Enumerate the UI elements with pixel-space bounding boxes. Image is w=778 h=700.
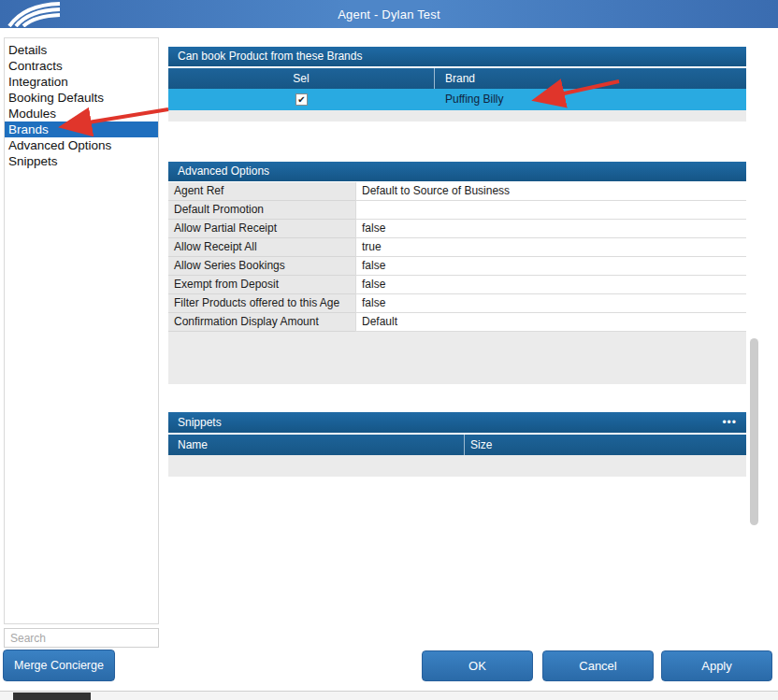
snippets-menu-icon[interactable]: •••: [722, 412, 746, 433]
background-window-sliver: [13, 693, 91, 700]
advanced-options-filler: [168, 332, 746, 384]
advanced-options-header: Advanced Options: [168, 162, 746, 181]
agent-dialog: Agent - Dylan Test Details Contracts Int…: [0, 0, 778, 700]
adv-value: false: [355, 220, 746, 238]
window-titlebar: Agent - Dylan Test: [0, 0, 778, 28]
snippets-title: Snippets: [178, 412, 222, 433]
advanced-options-section: Advanced Options Agent Ref Default to So…: [168, 162, 746, 384]
vertical-scrollbar[interactable]: [750, 338, 758, 525]
adv-value: false: [355, 257, 746, 276]
app-logo-icon: [7, 1, 62, 31]
merge-concierge-button[interactable]: Merge Concierge: [3, 650, 115, 681]
adv-label: Default Promotion: [168, 201, 355, 220]
sidebar-item-contracts[interactable]: Contracts: [5, 58, 158, 74]
brands-section: Can book Product from these Brands Sel B…: [168, 47, 746, 121]
adv-row-confirmation-display-amount[interactable]: Confirmation Display Amount Default: [168, 313, 746, 332]
sidebar-item-details[interactable]: Details: [5, 42, 158, 58]
ok-button[interactable]: OK: [422, 650, 533, 681]
brands-row-brand-cell: Puffing Billy: [435, 89, 746, 110]
bottom-edge-strip: [0, 691, 778, 700]
brands-col-sel: Sel: [168, 68, 435, 89]
cancel-button[interactable]: Cancel: [542, 650, 654, 681]
adv-row-agent-ref[interactable]: Agent Ref Default to Source of Business: [168, 182, 746, 201]
adv-row-filter-products[interactable]: Filter Products offered to this Age fals…: [168, 294, 746, 313]
adv-label: Exempt from Deposit: [168, 276, 355, 294]
brands-section-title: Can book Product from these Brands: [178, 47, 362, 66]
adv-row-default-promotion[interactable]: Default Promotion: [168, 201, 746, 220]
snippets-section: Snippets ••• Name Size: [168, 412, 746, 477]
sidebar-item-snippets[interactable]: Snippets: [5, 153, 158, 169]
adv-value: false: [355, 294, 746, 313]
brands-section-header: Can book Product from these Brands: [168, 47, 746, 66]
sidebar-search-input[interactable]: [4, 628, 159, 648]
brands-col-brand: Brand: [435, 68, 746, 89]
adv-value: Default to Source of Business: [355, 182, 746, 201]
sel-checkbox[interactable]: ✔: [295, 93, 308, 106]
adv-label: Allow Partial Receipt: [168, 220, 355, 238]
adv-row-exempt-from-deposit[interactable]: Exempt from Deposit false: [168, 276, 746, 294]
snippets-table-header: Name Size: [168, 435, 746, 455]
sidebar-nav: Details Contracts Integration Booking De…: [4, 37, 159, 624]
adv-label: Allow Receipt All: [168, 238, 355, 257]
sidebar-item-brands[interactable]: Brands: [5, 121, 158, 137]
adv-label: Filter Products offered to this Age: [168, 294, 355, 313]
adv-value: Default: [355, 313, 746, 332]
sidebar-item-integration[interactable]: Integration: [5, 74, 158, 90]
brands-table-header: Sel Brand: [168, 68, 746, 89]
adv-label: Agent Ref: [168, 182, 355, 201]
adv-value: true: [355, 238, 746, 257]
brands-row-sel-cell: ✔: [168, 89, 435, 110]
adv-row-allow-receipt-all[interactable]: Allow Receipt All true: [168, 238, 746, 257]
snippets-table-filler: [168, 455, 746, 477]
snippets-col-size: Size: [465, 435, 746, 455]
sidebar-item-advanced-options[interactable]: Advanced Options: [5, 137, 158, 153]
window-title: Agent - Dylan Test: [338, 7, 440, 21]
adv-value: false: [355, 276, 746, 294]
brands-table-filler: [168, 110, 746, 121]
sidebar-item-booking-defaults[interactable]: Booking Defaults: [5, 90, 158, 106]
apply-button[interactable]: Apply: [661, 650, 772, 681]
snippets-col-name: Name: [168, 435, 465, 455]
adv-label: Confirmation Display Amount: [168, 313, 355, 332]
adv-row-allow-series-bookings[interactable]: Allow Series Bookings false: [168, 257, 746, 276]
sidebar-item-modules[interactable]: Modules: [5, 106, 158, 121]
adv-value: [355, 201, 746, 220]
snippets-header: Snippets •••: [168, 412, 746, 433]
adv-label: Allow Series Bookings: [168, 257, 355, 276]
adv-row-allow-partial-receipt[interactable]: Allow Partial Receipt false: [168, 220, 746, 238]
brands-table-row[interactable]: ✔ Puffing Billy: [168, 89, 746, 110]
advanced-options-title: Advanced Options: [178, 162, 269, 181]
